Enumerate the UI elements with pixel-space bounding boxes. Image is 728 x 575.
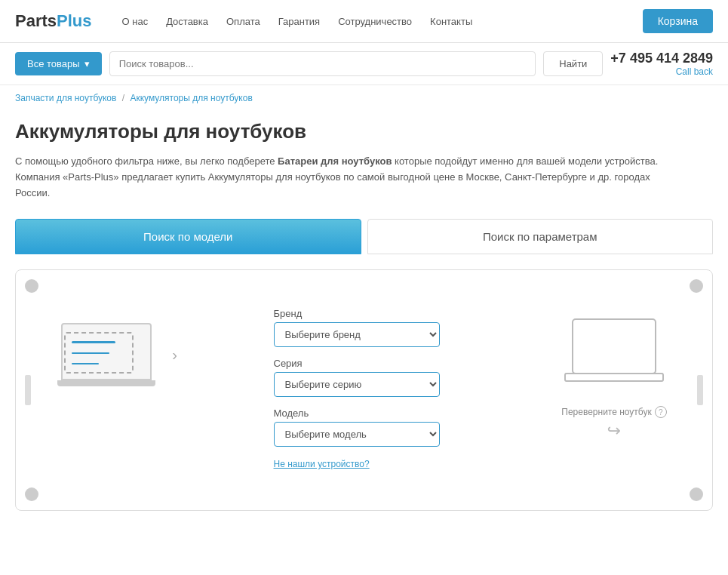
question-icon[interactable]: ? [655, 406, 667, 418]
breadcrumb-separator: / [122, 93, 127, 103]
nav-warranty[interactable]: Гарантия [278, 16, 320, 27]
tab-model-search[interactable]: Поиск по модели [15, 219, 361, 254]
nav-payment[interactable]: Оплата [226, 16, 260, 27]
bar-2 [72, 352, 109, 354]
breadcrumb: Запчасти для ноутбуков / Аккумуляторы дл… [0, 85, 728, 111]
corner-decoration-tr [690, 279, 703, 293]
svg-rect-1 [565, 374, 663, 381]
model-label: Модель [274, 407, 440, 419]
nav-contacts[interactable]: Контакты [430, 16, 472, 27]
breadcrumb-item-1[interactable]: Запчасти для ноутбуков [15, 93, 116, 103]
main-nav: О нас Доставка Оплата Гарантия Сотруднич… [122, 16, 643, 27]
nav-delivery[interactable]: Доставка [166, 16, 208, 27]
tabs: Поиск по модели Поиск по параметрам [15, 219, 713, 254]
svg-rect-0 [573, 319, 656, 374]
brand-select[interactable]: Выберите бренд [274, 322, 440, 347]
series-label: Серия [274, 358, 440, 369]
laptop-right-illustration: Переверните ноутбук ? ↩ [546, 308, 682, 441]
callback-link[interactable]: Call back [610, 66, 713, 77]
phone-number: +7 495 414 2849 [610, 51, 713, 66]
side-bar-right [697, 375, 703, 405]
laptop-left-illustration: › [46, 308, 167, 386]
search-input[interactable] [109, 51, 536, 76]
page-title: Аккумуляторы для ноутбуков [15, 120, 713, 143]
filter-box: › Бренд Выберите бренд Серия Выберите се… [15, 269, 713, 511]
series-select[interactable]: Выберите серию [274, 372, 440, 397]
page-content: Аккумуляторы для ноутбуков С помощью удо… [0, 120, 728, 511]
brand-label: Бренд [274, 308, 440, 319]
breadcrumb-item-2[interactable]: Аккумуляторы для ноутбуков [130, 93, 252, 103]
logo-plus: Plus [57, 11, 91, 31]
all-goods-button[interactable]: Все товары ▾ [15, 52, 102, 75]
not-found-link[interactable]: Не нашли устройство? [274, 459, 440, 469]
arrow-right-icon: › [172, 346, 177, 364]
page-description: С помощью удобного фильтра ниже, вы легк… [15, 154, 664, 201]
nav-cooperation[interactable]: Сотрудничество [338, 16, 412, 27]
flip-arrow-icon: ↩ [607, 421, 621, 441]
cart-button[interactable]: Корзина [643, 9, 713, 33]
search-button[interactable]: Найти [543, 51, 603, 76]
corner-decoration-bl [25, 487, 38, 501]
side-bar-left [25, 375, 31, 405]
chevron-down-icon: ▾ [84, 58, 90, 69]
logo[interactable]: Parts Plus [15, 11, 92, 31]
filter-form: Бренд Выберите бренд Серия Выберите сери… [274, 308, 440, 469]
phone-block: +7 495 414 2849 Call back [610, 51, 713, 77]
bar-1 [72, 341, 115, 343]
flip-instruction: Переверните ноутбук ? [561, 406, 666, 418]
search-bar: Все товары ▾ Найти +7 495 414 2849 Call … [0, 43, 728, 85]
corner-decoration-tl [25, 279, 38, 293]
corner-decoration-br [690, 487, 703, 501]
filter-inner: › Бренд Выберите бренд Серия Выберите се… [31, 293, 697, 484]
logo-parts: Parts [15, 11, 57, 31]
bar-3 [72, 363, 99, 364]
tab-param-search[interactable]: Поиск по параметрам [367, 219, 714, 254]
laptop-svg-icon [558, 315, 671, 391]
model-select[interactable]: Выберите модель [274, 422, 440, 447]
nav-about[interactable]: О нас [122, 16, 149, 27]
